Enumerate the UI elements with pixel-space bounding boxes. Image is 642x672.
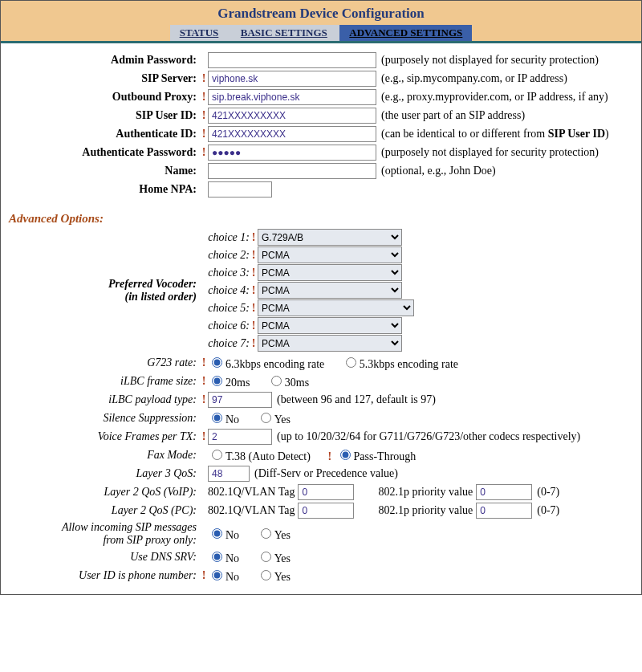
authenticate-password-label: Authenticate Password:	[6, 146, 201, 159]
l2-voip-pri-field[interactable]	[476, 484, 532, 500]
marker-icon: !	[201, 393, 206, 406]
choice-5-select[interactable]: PCMA	[258, 299, 414, 316]
marker-icon: !	[327, 450, 331, 462]
silence-no-option[interactable]: No	[208, 413, 239, 426]
marker-icon: !	[251, 302, 256, 315]
user-id-phone-label: User ID is phone number:	[6, 569, 201, 582]
name-field[interactable]	[208, 163, 376, 179]
name-label: Name:	[6, 165, 201, 177]
page-title: Grandstream Device Configuration	[1, 1, 641, 25]
allow-sip-yes-option[interactable]: Yes	[257, 529, 291, 541]
fax-passthrough-option[interactable]: Pass-Through	[336, 450, 416, 462]
choice-1-select[interactable]: G.729A/B	[258, 229, 402, 246]
admin-password-label: Admin Password:	[6, 54, 201, 67]
l2-pc-tag-field[interactable]	[298, 503, 354, 519]
marker-icon: !	[251, 337, 256, 350]
g723-rate-label: G723 rate:	[6, 356, 201, 369]
ilbc-payload-label: iLBC payload type:	[6, 393, 201, 406]
sip-server-field[interactable]	[208, 71, 376, 87]
userid-phone-yes-option[interactable]: Yes	[257, 571, 291, 583]
dns-srv-yes-option[interactable]: Yes	[257, 552, 291, 564]
userid-phone-no-option[interactable]: No	[208, 571, 239, 583]
allow-sip-no-option[interactable]: No	[208, 529, 239, 541]
choice-6-label: choice 6:	[201, 320, 250, 332]
choice-4-select[interactable]: PCMA	[258, 282, 402, 299]
outbound-proxy-hint: (e.g., proxy.myprovider.com, or IP addre…	[381, 91, 608, 104]
tab-advanced-settings[interactable]: ADVANCED SETTINGS	[339, 25, 472, 41]
choice-5-label: choice 5:	[201, 302, 250, 315]
choice-6-select[interactable]: PCMA	[258, 317, 402, 334]
authenticate-id-hint: (can be identical to or different from S…	[381, 128, 609, 141]
layer3-qos-hint: (Diff-Serv or Precedence value)	[254, 467, 398, 480]
sip-server-hint: (e.g., sip.mycompany.com, or IP address)	[381, 72, 567, 85]
marker-icon: !	[251, 231, 256, 244]
choice-4-label: choice 4:	[201, 284, 250, 297]
advanced-options-heading: Advanced Options:	[9, 212, 636, 226]
home-npa-field[interactable]	[208, 181, 272, 198]
sip-user-id-hint: (the user part of an SIP address)	[381, 109, 525, 122]
device-config-frame: Grandstream Device Configuration STATUS …	[0, 0, 642, 595]
choice-1-label: choice 1:	[201, 231, 250, 244]
authenticate-password-hint: (purposely not displayed for security pr…	[381, 146, 599, 159]
layer3-qos-field[interactable]	[208, 466, 250, 482]
admin-password-hint: (purposely not displayed for security pr…	[381, 54, 599, 67]
tab-status[interactable]: STATUS	[170, 25, 229, 41]
authenticate-password-field[interactable]	[208, 145, 376, 161]
marker-icon: !	[251, 284, 256, 297]
allow-incoming-sip-label: Allow incoming SIP messages from SIP pro…	[6, 521, 201, 547]
use-dns-srv-label: Use DNS SRV:	[6, 551, 201, 564]
range-hint: (0-7)	[537, 486, 559, 499]
marker-icon: !	[201, 569, 206, 582]
marker-icon: !	[201, 72, 206, 85]
name-hint: (optional, e.g., John Doe)	[381, 165, 496, 177]
marker-icon: !	[201, 91, 206, 104]
fax-t38-option[interactable]: T.38 (Auto Detect)	[208, 450, 311, 462]
ilbc-frame-label: iLBC frame size:	[6, 375, 201, 388]
authenticate-id-label: Authenticate ID:	[6, 128, 201, 141]
voice-frames-hint: (up to 10/20/32/64 for G711/G726/G723/ot…	[277, 430, 580, 443]
g723-63-option[interactable]: 6.3kbps encoding rate	[208, 358, 324, 370]
g723-53-option[interactable]: 5.3kbps encoding rate	[342, 358, 458, 370]
home-npa-label: Home NPA:	[6, 183, 201, 196]
dns-srv-no-option[interactable]: No	[208, 552, 239, 564]
silence-suppression-label: Silence Suppression:	[6, 412, 201, 425]
sip-user-id-label: SIP User ID:	[6, 109, 201, 122]
marker-icon: !	[201, 109, 206, 122]
voice-frames-field[interactable]	[208, 429, 272, 445]
marker-icon: !	[251, 267, 256, 279]
ilbc-payload-field[interactable]	[208, 392, 272, 408]
silence-yes-option[interactable]: Yes	[257, 413, 291, 426]
tab-basic-settings[interactable]: BASIC SETTINGS	[231, 25, 337, 41]
marker-icon: !	[201, 356, 206, 369]
sip-user-id-field[interactable]	[208, 108, 376, 124]
marker-icon: !	[201, 146, 206, 159]
marker-icon: !	[201, 128, 206, 141]
vlan-tag-label: 802.1Q/VLAN Tag	[208, 504, 295, 517]
l2-voip-tag-field[interactable]	[298, 484, 354, 500]
outbound-proxy-field[interactable]	[208, 89, 376, 105]
vlan-tag-label: 802.1Q/VLAN Tag	[208, 486, 295, 499]
preferred-vocoder-label: Preferred Vocoder: (in listed order)	[6, 278, 201, 303]
fax-mode-label: Fax Mode:	[6, 449, 201, 462]
priority-value-label: 802.1p priority value	[378, 486, 473, 499]
choice-2-label: choice 2:	[201, 249, 250, 262]
marker-icon: !	[251, 249, 256, 262]
marker-icon: !	[201, 375, 206, 388]
layer2-pc-label: Layer 2 QoS (PC):	[6, 504, 201, 517]
layer3-qos-label: Layer 3 QoS:	[6, 467, 201, 480]
choice-2-select[interactable]: PCMA	[258, 246, 402, 263]
marker-icon: !	[251, 320, 256, 332]
layer2-voip-label: Layer 2 QoS (VoIP):	[6, 486, 201, 499]
ilbc-20ms-option[interactable]: 20ms	[208, 377, 250, 389]
ilbc-payload-hint: (between 96 and 127, default is 97)	[277, 393, 436, 406]
choice-7-select[interactable]: PCMA	[258, 335, 402, 352]
authenticate-id-field[interactable]	[208, 126, 376, 142]
marker-icon: !	[201, 430, 206, 443]
admin-password-field[interactable]	[208, 52, 376, 68]
outbound-proxy-label: Outbound Proxy:	[6, 91, 201, 104]
sip-server-label: SIP Server:	[6, 72, 201, 85]
priority-value-label: 802.1p priority value	[378, 504, 473, 517]
choice-3-select[interactable]: PCMA	[258, 264, 402, 281]
ilbc-30ms-option[interactable]: 30ms	[267, 377, 309, 389]
l2-pc-pri-field[interactable]	[476, 503, 532, 519]
